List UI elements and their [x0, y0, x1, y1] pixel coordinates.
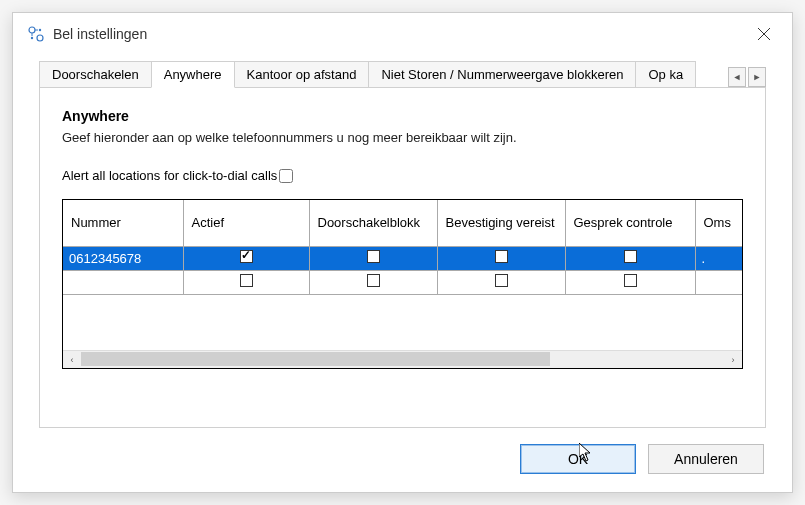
col-gesprek-controle[interactable]: Gesprek controle — [565, 200, 695, 246]
dialog-window: Bel instellingen Doorschakelen Anywhere … — [12, 12, 793, 493]
cell-nummer[interactable] — [63, 270, 183, 294]
col-bevestiging[interactable]: Bevestiging vereist — [437, 200, 565, 246]
checkbox-icon[interactable] — [240, 274, 253, 287]
cell-oms[interactable]: . — [695, 246, 742, 270]
window-title: Bel instellingen — [53, 26, 744, 42]
section-title: Anywhere — [62, 108, 743, 124]
cell-actief[interactable] — [183, 270, 309, 294]
cancel-button[interactable]: Annuleren — [648, 444, 764, 474]
checkbox-icon[interactable] — [367, 250, 380, 263]
tab-niet-storen[interactable]: Niet Storen / Nummerweergave blokkeren — [368, 61, 636, 87]
cell-oms[interactable] — [695, 270, 742, 294]
svg-point-2 — [31, 37, 33, 39]
tab-anywhere[interactable]: Anywhere — [151, 61, 235, 88]
scroll-thumb[interactable] — [81, 352, 550, 366]
checkbox-icon[interactable] — [367, 274, 380, 287]
checkbox-icon[interactable] — [624, 250, 637, 263]
tab-scroll-left-icon[interactable]: ◄ — [728, 67, 746, 87]
scroll-track[interactable] — [81, 351, 724, 368]
alert-row: Alert all locations for click-to-dial ca… — [62, 165, 743, 185]
tabstrip: Doorschakelen Anywhere Kantoor op afstan… — [39, 59, 766, 87]
checkbox-icon[interactable] — [495, 274, 508, 287]
tab-doorschakelen[interactable]: Doorschakelen — [39, 61, 152, 87]
checkbox-icon[interactable] — [495, 250, 508, 263]
scroll-left-icon[interactable]: ‹ — [63, 351, 81, 368]
svg-point-3 — [37, 35, 43, 41]
checkbox-icon[interactable] — [240, 250, 253, 263]
section-description: Geef hieronder aan op welke telefoonnumm… — [62, 130, 743, 145]
cell-nummer[interactable] — [63, 246, 183, 270]
close-button[interactable] — [744, 19, 784, 49]
table-row[interactable]: . — [63, 246, 742, 270]
cell-doorschakelblok[interactable] — [309, 246, 437, 270]
checkbox-icon[interactable] — [624, 274, 637, 287]
scroll-right-icon[interactable]: › — [724, 351, 742, 368]
col-nummer[interactable]: Nummer — [63, 200, 183, 246]
ok-button[interactable]: OK — [520, 444, 636, 474]
table-row[interactable] — [63, 270, 742, 294]
col-actief[interactable]: Actief — [183, 200, 309, 246]
grid-scroll-area[interactable]: Nummer Actief Doorschakelblokk Bevestigi… — [63, 200, 742, 350]
alert-label: Alert all locations for click-to-dial ca… — [62, 168, 277, 183]
nummer-input[interactable] — [69, 251, 177, 266]
col-doorschakelblok[interactable]: Doorschakelblokk — [309, 200, 437, 246]
dialog-buttons: OK Annuleren — [13, 428, 792, 492]
cell-actief[interactable] — [183, 246, 309, 270]
cell-bevestiging[interactable] — [437, 246, 565, 270]
nummer-input[interactable] — [69, 275, 177, 290]
tab-panel: Anywhere Geef hieronder aan op welke tel… — [39, 87, 766, 428]
tab-kantoor-op-afstand[interactable]: Kantoor op afstand — [234, 61, 370, 87]
svg-point-0 — [29, 27, 35, 33]
col-oms[interactable]: Oms — [695, 200, 742, 246]
grid-hscrollbar[interactable]: ‹ › — [63, 350, 742, 368]
grid-table: Nummer Actief Doorschakelblokk Bevestigi… — [63, 200, 742, 295]
app-icon — [27, 25, 45, 43]
svg-point-1 — [39, 29, 41, 31]
cell-gesprek[interactable] — [565, 270, 695, 294]
titlebar: Bel instellingen — [13, 13, 792, 55]
cell-bevestiging[interactable] — [437, 270, 565, 294]
tab-scroll-right-icon[interactable]: ► — [748, 67, 766, 87]
alert-checkbox[interactable] — [279, 169, 293, 183]
cell-doorschakelblok[interactable] — [309, 270, 437, 294]
tab-op-ka[interactable]: Op ka — [635, 61, 696, 87]
cell-gesprek[interactable] — [565, 246, 695, 270]
tabstrip-scroll: ◄ ► — [728, 67, 766, 87]
numbers-grid: Nummer Actief Doorschakelblokk Bevestigi… — [62, 199, 743, 369]
